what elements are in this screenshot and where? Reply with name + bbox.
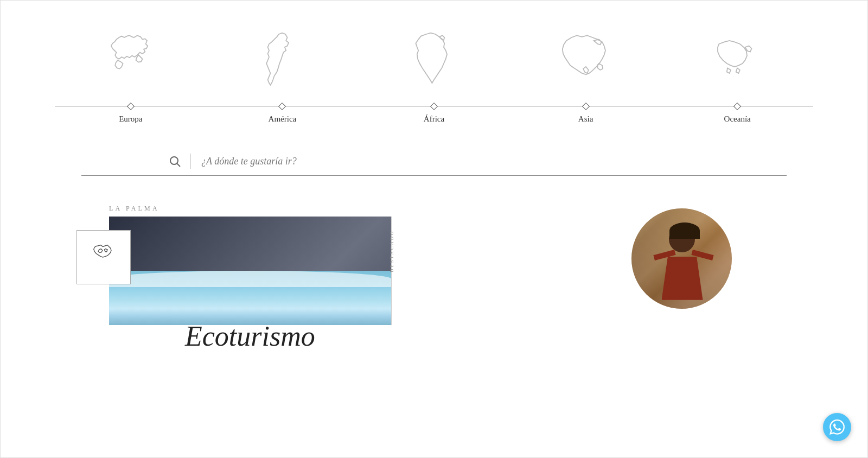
- america-diamond: [278, 103, 286, 110]
- oceania-label[interactable]: Oceanía: [724, 114, 751, 124]
- asia-map-icon: [553, 28, 618, 93]
- search-bar[interactable]: [81, 154, 787, 176]
- article-title: Ecoturismo: [185, 320, 315, 352]
- asia-label[interactable]: Asia: [578, 114, 593, 124]
- location-label: LA PALMA: [109, 203, 159, 213]
- featured-section: LA PALMA DESTACADO Ecoturismo: [1, 203, 867, 325]
- map-thumbnail[interactable]: [76, 230, 131, 284]
- whatsapp-button[interactable]: [823, 413, 851, 441]
- europa-diamond: [127, 103, 135, 110]
- asia-diamond: [582, 103, 590, 110]
- europa-timeline: [55, 104, 207, 109]
- svg-point-0: [170, 157, 178, 164]
- map-thumbnail-svg: [85, 238, 123, 276]
- destacado-container: DESTACADO: [391, 217, 392, 325]
- author-avatar-section[interactable]: [631, 208, 732, 309]
- continent-item-africa[interactable]: África: [358, 28, 510, 124]
- featured-image[interactable]: [109, 217, 391, 325]
- continent-item-oceania[interactable]: Oceanía: [661, 28, 813, 124]
- europa-label[interactable]: Europa: [119, 114, 142, 124]
- destacado-text: DESTACADO: [389, 230, 394, 272]
- continent-navigation: Europa América África: [1, 28, 867, 124]
- continent-item-asia[interactable]: Asia: [510, 28, 662, 124]
- oceania-map-icon: [705, 28, 770, 93]
- oceania-timeline: [661, 104, 813, 109]
- asia-timeline: [510, 104, 662, 109]
- continent-item-europa[interactable]: Europa: [55, 28, 207, 124]
- america-label[interactable]: América: [269, 114, 297, 124]
- africa-label[interactable]: África: [424, 114, 444, 124]
- africa-diamond: [430, 103, 438, 110]
- continent-item-america[interactable]: América: [207, 28, 359, 124]
- europa-map-icon: [98, 28, 163, 93]
- africa-map-icon: [401, 28, 467, 93]
- avatar: [631, 208, 732, 309]
- svg-line-1: [177, 164, 181, 167]
- search-divider: [190, 154, 190, 169]
- whatsapp-icon: [829, 419, 845, 435]
- america-map-icon: [250, 28, 315, 93]
- oceania-diamond: [733, 103, 741, 110]
- search-icon: [168, 155, 181, 168]
- america-timeline: [207, 104, 359, 109]
- search-input[interactable]: [201, 156, 700, 167]
- africa-timeline: [358, 104, 510, 109]
